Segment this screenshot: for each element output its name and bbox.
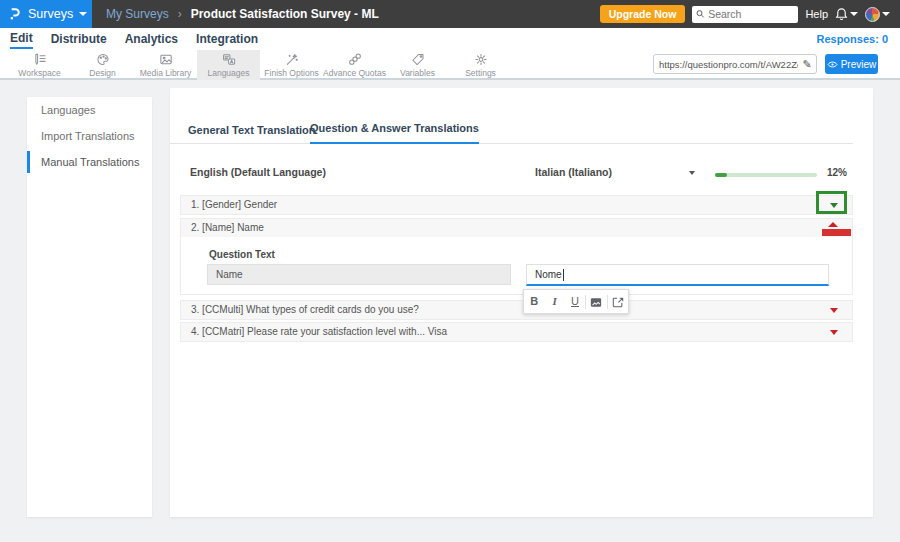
responses-count[interactable]: Responses: 0 bbox=[816, 33, 888, 45]
toolbar-items: Workspace Design Media Library Languag bbox=[8, 50, 512, 80]
image-icon bbox=[158, 52, 174, 67]
question-row-gender[interactable]: 1. [Gender] Gender bbox=[180, 195, 853, 215]
upgrade-now-button[interactable]: Upgrade Now bbox=[600, 5, 686, 23]
tool-variables[interactable]: Variables bbox=[386, 50, 449, 80]
surveys-product-switcher[interactable]: Surveys bbox=[0, 0, 92, 28]
gear-icon bbox=[473, 52, 489, 67]
image-icon bbox=[590, 297, 602, 308]
insert-image-button[interactable] bbox=[586, 290, 606, 313]
tool-languages[interactable]: Languages bbox=[197, 50, 260, 80]
tag-icon bbox=[410, 52, 426, 67]
preview-label: Preview bbox=[841, 59, 877, 70]
chevron-down-icon[interactable] bbox=[689, 171, 695, 175]
tool-finish-options[interactable]: Finish Options bbox=[260, 50, 323, 80]
top-bar-actions: Upgrade Now Help bbox=[600, 5, 900, 23]
nav-item-analytics[interactable]: Analytics bbox=[125, 30, 178, 48]
sidebar-item-import-translations[interactable]: Import Translations bbox=[27, 123, 152, 149]
manual-translations-panel: General Text Translation Question & Answ… bbox=[170, 88, 873, 517]
top-bar: Surveys My Surveys › Product Satisfactio… bbox=[0, 0, 900, 28]
translation-tabs: General Text Translation Question & Answ… bbox=[170, 118, 853, 144]
product-name: Surveys bbox=[28, 7, 73, 21]
formatting-toolbar: B I U bbox=[523, 289, 629, 314]
red-marker-annotation bbox=[822, 229, 851, 236]
expand-chevron-down-icon[interactable] bbox=[830, 330, 838, 335]
search-box[interactable] bbox=[692, 6, 798, 23]
translation-text-value: Nome bbox=[535, 269, 562, 280]
tool-label: Variables bbox=[400, 68, 435, 78]
help-link[interactable]: Help bbox=[805, 8, 828, 20]
bell-icon bbox=[835, 7, 848, 21]
magic-wand-icon bbox=[284, 52, 300, 67]
underline-button[interactable]: U bbox=[565, 290, 585, 313]
translation-text-field[interactable]: Nome bbox=[526, 264, 829, 286]
tool-settings[interactable]: Settings bbox=[449, 50, 512, 80]
preview-button[interactable]: Preview bbox=[825, 54, 878, 74]
progress-fill bbox=[715, 173, 727, 177]
tab-question-answer-translations[interactable]: Question & Answer Translations bbox=[310, 122, 479, 144]
translate-icon bbox=[221, 52, 237, 67]
edit-toolbar: Workspace Design Media Library Languag bbox=[0, 50, 900, 80]
tool-label: Languages bbox=[207, 68, 249, 78]
tool-workspace[interactable]: Workspace bbox=[8, 50, 71, 80]
chevron-down-icon bbox=[79, 12, 87, 16]
survey-title: Product Satisfaction Survey - ML bbox=[191, 7, 379, 21]
survey-nav: Edit Distribute Analytics Integration Re… bbox=[0, 28, 900, 50]
question-label: 2. [Name] Name bbox=[191, 222, 264, 233]
workspace-icon bbox=[32, 52, 48, 67]
question-row-name[interactable]: 2. [Name] Name bbox=[180, 218, 853, 238]
eye-icon bbox=[827, 60, 838, 69]
nav-item-edit[interactable]: Edit bbox=[10, 29, 33, 49]
chevron-down-icon bbox=[850, 12, 858, 16]
expand-chevron-down-icon[interactable] bbox=[830, 203, 838, 208]
question-label: 3. [CCMulti] What types of credit cards … bbox=[191, 304, 419, 315]
question-text-label: Question Text bbox=[209, 249, 275, 260]
account-menu[interactable] bbox=[865, 7, 890, 22]
translation-progress-bar bbox=[715, 173, 817, 177]
chevron-down-icon bbox=[882, 12, 890, 16]
search-input[interactable] bbox=[708, 8, 794, 20]
question-translation-editor: Question Text Nome bbox=[180, 237, 853, 295]
chain-links-icon bbox=[347, 52, 363, 67]
tool-label: Workspace bbox=[18, 68, 60, 78]
translations-sidebar: Languages Import Translations Manual Tra… bbox=[27, 97, 152, 517]
avatar bbox=[865, 7, 880, 22]
nav-item-integration[interactable]: Integration bbox=[196, 30, 258, 48]
open-editor-button[interactable] bbox=[608, 290, 628, 313]
palette-icon bbox=[95, 52, 111, 67]
collapse-chevron-up-icon[interactable] bbox=[828, 222, 838, 227]
tool-design[interactable]: Design bbox=[71, 50, 134, 80]
tool-label: Media Library bbox=[140, 68, 192, 78]
progress-percent-label: 12% bbox=[827, 167, 847, 178]
question-row-ccmulti[interactable]: 3. [CCMulti] What types of credit cards … bbox=[180, 300, 853, 320]
expand-chevron-down-icon[interactable] bbox=[830, 308, 838, 313]
tool-label: Design bbox=[89, 68, 115, 78]
text-cursor bbox=[563, 269, 564, 281]
breadcrumb-separator: › bbox=[178, 7, 182, 21]
edit-url-pencil-icon[interactable]: ✎ bbox=[798, 58, 816, 71]
survey-url[interactable]: https://questionpro.com/t/AW22Zd1S1 bbox=[654, 59, 798, 70]
question-row-ccmatri[interactable]: 4. [CCMatri] Please rate your satisfacti… bbox=[180, 322, 853, 342]
survey-url-box: https://questionpro.com/t/AW22Zd1S1 ✎ bbox=[653, 54, 817, 74]
breadcrumb-my-surveys[interactable]: My Surveys bbox=[106, 7, 169, 21]
search-icon bbox=[696, 9, 705, 19]
questionpro-logo-icon bbox=[7, 6, 22, 22]
breadcrumb: My Surveys › Product Satisfaction Survey… bbox=[106, 7, 379, 21]
source-language-label: English (Default Language) bbox=[190, 166, 326, 178]
tool-label: Settings bbox=[465, 68, 496, 78]
tool-media-library[interactable]: Media Library bbox=[134, 50, 197, 80]
tool-advance-quotas[interactable]: Advance Quotas bbox=[323, 50, 386, 80]
source-text-field bbox=[207, 264, 511, 285]
sidebar-item-manual-translations[interactable]: Manual Translations bbox=[27, 149, 152, 175]
tool-label: Advance Quotas bbox=[323, 68, 386, 78]
external-link-icon bbox=[612, 296, 624, 308]
tool-label: Finish Options bbox=[264, 68, 318, 78]
notifications-menu[interactable] bbox=[835, 7, 858, 21]
bold-button[interactable]: B bbox=[524, 290, 544, 313]
sidebar-item-languages[interactable]: Languages bbox=[27, 97, 152, 123]
nav-item-distribute[interactable]: Distribute bbox=[51, 30, 107, 48]
target-language-select[interactable]: Italian (Italiano) bbox=[535, 166, 612, 178]
italic-button[interactable]: I bbox=[544, 290, 564, 313]
question-label: 1. [Gender] Gender bbox=[191, 199, 277, 210]
question-label: 4. [CCMatri] Please rate your satisfacti… bbox=[191, 326, 447, 337]
tab-general-text-translation[interactable]: General Text Translation bbox=[188, 124, 316, 144]
